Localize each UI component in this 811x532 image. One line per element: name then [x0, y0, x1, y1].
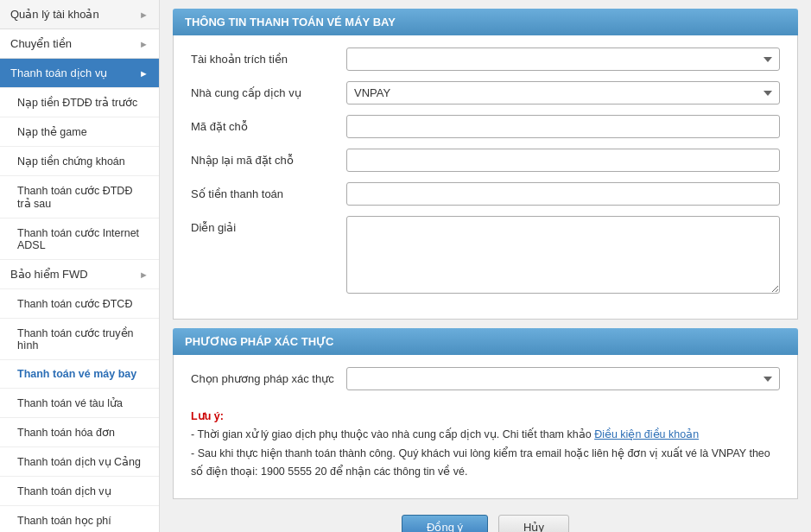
sidebar-item-tt-tau-lua[interactable]: Thanh toán vé tàu lửa	[0, 389, 159, 418]
ma-dat-cho-input[interactable]	[346, 115, 780, 138]
label-dien-giai: Diễn giải	[191, 216, 346, 234]
so-tien-control	[346, 182, 780, 206]
dien-giai-textarea[interactable]	[346, 216, 780, 294]
sidebar-item-tt-hoc-phi[interactable]: Thanh toán học phí	[0, 506, 159, 532]
sidebar-label: Nạp thẻ game	[17, 125, 87, 138]
sidebar-label: Thanh toán cước ĐTCĐ	[17, 297, 132, 310]
sidebar-item-nap-the-game[interactable]: Nạp thẻ game	[0, 117, 159, 147]
nhap-lai-ma-input[interactable]	[346, 149, 780, 172]
sidebar-label: Thanh toán vé máy bay	[17, 368, 136, 380]
xac-thuc-select[interactable]	[346, 367, 780, 390]
sidebar-item-quan-ly-tai-khoan[interactable]: Quản lý tài khoản ►	[0, 0, 159, 29]
tai-khoan-control	[346, 48, 780, 71]
cancel-button[interactable]: Hủy	[498, 515, 569, 532]
sidebar-label: Nạp tiền chứng khoán	[17, 155, 125, 168]
sidebar-label-ttdv: Thanh toán dịch vụ	[10, 66, 107, 79]
sidebar-label: Thanh toán hóa đơn	[17, 426, 115, 439]
chevron-icon: ►	[139, 10, 149, 20]
sidebar-item-thanh-toan-dich-vu[interactable]: Thanh toán dịch vụ ►	[0, 59, 159, 88]
note-title-text: Lưu ý:	[191, 410, 224, 422]
section1-header: THÔNG TIN THANH TOÁN VÉ MÁY BAY	[173, 9, 798, 35]
note-section: Lưu ý: - Thời gian xử lý giao dịch phụ t…	[191, 401, 780, 486]
chevron-icon: ►	[139, 39, 149, 49]
confirm-button[interactable]: Đồng ý	[402, 515, 488, 532]
sidebar-item-bao-hiem[interactable]: Bảo hiểm FWD ►	[0, 260, 159, 289]
sidebar-item-tt-dtcd[interactable]: Thanh toán cước ĐTCĐ	[0, 289, 159, 319]
sidebar-item-tt-may-bay[interactable]: Thanh toán vé máy bay	[0, 360, 159, 389]
note-link[interactable]: Điều kiện điều khoản	[594, 428, 699, 440]
label-nhap-lai: Nhập lại mã đặt chỗ	[191, 149, 346, 167]
nha-cung-cap-select[interactable]: VNPAY	[346, 81, 780, 104]
sidebar-label-chuyen-tien: Chuyển tiền	[10, 37, 72, 50]
sidebar-label: Thanh toán học phí	[17, 514, 111, 527]
form-row-nha-cung-cap: Nhà cung cấp dịch vụ VNPAY	[191, 81, 780, 104]
tai-khoan-select[interactable]	[346, 48, 780, 71]
so-tien-input[interactable]	[346, 182, 780, 206]
nha-cung-cap-control: VNPAY	[346, 81, 780, 104]
sidebar-label: Thanh toán cước ĐTDĐ trả sau	[17, 184, 149, 210]
form-panel-2: Chọn phương pháp xác thực Lưu ý: - Thời …	[173, 355, 798, 499]
sidebar-item-nap-tien-dtdd[interactable]: Nạp tiền ĐTDĐ trả trước	[0, 88, 159, 117]
note-title: Lưu ý:	[191, 408, 780, 426]
form-row-nhap-lai-ma: Nhập lại mã đặt chỗ	[191, 149, 780, 172]
sidebar-label: Bảo hiểm FWD	[10, 268, 88, 281]
form-row-ma-dat-cho: Mã đặt chỗ	[191, 115, 780, 138]
label-tai-khoan: Tài khoản trích tiền	[191, 48, 346, 66]
sidebar-item-tt-internet[interactable]: Thanh toán cước Internet ADSL	[0, 218, 159, 260]
note-line1-text: - Thời gian xử lý giao dịch phụ thuộc và…	[191, 428, 594, 440]
sidebar-label-quan-ly: Quản lý tài khoản	[10, 8, 99, 21]
form-row-so-tien: Số tiền thanh toán	[191, 182, 780, 206]
label-nha-cung-cap: Nhà cung cấp dịch vụ	[191, 81, 346, 99]
xac-thuc-control	[346, 367, 780, 390]
ma-dat-cho-control	[346, 115, 780, 138]
sidebar-item-tt-cuoc-dtdd[interactable]: Thanh toán cước ĐTDĐ trả sau	[0, 176, 159, 218]
sidebar-item-nap-tien-ck[interactable]: Nạp tiền chứng khoán	[0, 147, 159, 176]
label-so-tien: Số tiền thanh toán	[191, 182, 346, 200]
sidebar: Quản lý tài khoản ► Chuyển tiền ► Thanh …	[0, 0, 160, 532]
sidebar-label: Thanh toán dịch vụ	[17, 484, 111, 497]
sidebar-label: Thanh toán cước truyền hình	[17, 326, 149, 352]
section2-header: PHƯƠNG PHÁP XÁC THỰC	[173, 328, 798, 355]
chevron-icon: ►	[139, 68, 149, 79]
form-row-tai-khoan: Tài khoản trích tiền	[191, 48, 780, 71]
button-row: Đồng ý Hủy	[173, 508, 798, 532]
sidebar-label: Thanh toán cước Internet ADSL	[17, 226, 149, 251]
label-xac-thuc: Chọn phương pháp xác thực	[191, 367, 346, 385]
sidebar-item-tt-truyen-hinh[interactable]: Thanh toán cước truyền hình	[0, 319, 159, 360]
sidebar-item-tt-dv[interactable]: Thanh toán dịch vụ	[0, 477, 159, 506]
main-content: THÔNG TIN THANH TOÁN VÉ MÁY BAY Tài khoả…	[160, 0, 811, 532]
sidebar-item-chuyen-tien[interactable]: Chuyển tiền ►	[0, 29, 159, 59]
note-line2: - Sau khi thực hiện thanh toán thành côn…	[191, 445, 780, 482]
form-row-xac-thuc: Chọn phương pháp xác thực	[191, 367, 780, 390]
dien-giai-control	[346, 216, 780, 296]
sidebar-label: Thanh toán dịch vụ Cảng	[17, 455, 141, 468]
sidebar-label: Thanh toán vé tàu lửa	[17, 396, 123, 409]
label-ma-dat-cho: Mã đặt chỗ	[191, 115, 346, 133]
sidebar-item-tt-dv-cang[interactable]: Thanh toán dịch vụ Cảng	[0, 447, 159, 477]
note-line1: - Thời gian xử lý giao dịch phụ thuộc và…	[191, 426, 780, 444]
form-panel-1: Tài khoản trích tiền Nhà cung cấp dịch v…	[173, 35, 798, 320]
chevron-icon: ►	[139, 269, 149, 280]
sidebar-item-tt-hoa-don[interactable]: Thanh toán hóa đơn	[0, 418, 159, 447]
nhap-lai-ma-control	[346, 149, 780, 172]
form-row-dien-giai: Diễn giải	[191, 216, 780, 296]
sidebar-label: Nạp tiền ĐTDĐ trả trước	[17, 96, 137, 109]
